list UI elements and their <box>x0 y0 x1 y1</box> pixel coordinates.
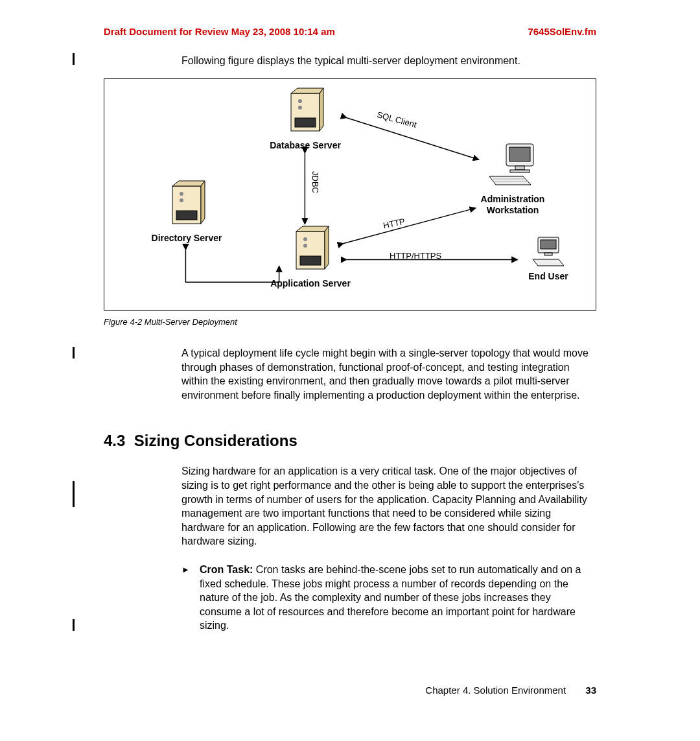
bullet-text: Cron Task: Cron tasks are behind-the-sce… <box>200 563 594 633</box>
svg-point-15 <box>180 198 183 202</box>
page-footer: Chapter 4. Solution Environment 33 <box>425 685 596 696</box>
server-icon <box>167 180 206 230</box>
svg-marker-26 <box>489 176 531 185</box>
bullet-item: ► Cron Task: Cron tasks are behind-the-s… <box>181 563 594 633</box>
svg-point-21 <box>303 244 307 248</box>
body-paragraph: Sizing hardware for an application is a … <box>181 464 596 548</box>
server-icon <box>286 87 325 137</box>
svg-rect-13 <box>176 211 197 220</box>
intro-paragraph: Following figure displays the typical mu… <box>181 55 596 67</box>
node-label: Directory Server <box>145 233 229 244</box>
svg-rect-25 <box>510 170 530 172</box>
svg-marker-6 <box>320 88 323 131</box>
node-end-user: End User <box>519 235 578 282</box>
node-label: End User <box>519 271 578 282</box>
page-header: Draft Document for Review May 23, 2008 1… <box>104 26 596 37</box>
svg-marker-12 <box>201 181 205 224</box>
node-label: Administration Workstation <box>467 194 558 216</box>
svg-rect-30 <box>541 240 556 249</box>
section-heading: 4.3 Sizing Considerations <box>104 432 596 450</box>
svg-rect-24 <box>515 166 524 170</box>
section-title: Sizing Considerations <box>134 432 298 449</box>
svg-rect-31 <box>544 253 552 255</box>
label-line: Administration <box>481 194 545 204</box>
label-line: Workstation <box>487 205 539 215</box>
section-number: 4.3 <box>104 432 125 449</box>
change-bar <box>73 347 75 359</box>
change-bar <box>73 619 75 631</box>
label-http-https: HTTP/HTTPS <box>390 251 441 261</box>
figure-multi-server-deployment: SQL Client JDBC HTTP HTTP/HTTPS Database… <box>104 78 596 311</box>
node-label: Application Server <box>265 278 356 289</box>
node-database-server: Database Server <box>266 87 344 151</box>
draft-notice: Draft Document for Review May 23, 2008 1… <box>104 26 335 37</box>
svg-point-9 <box>298 106 302 110</box>
figure-caption: Figure 4-2 Multi-Server Deployment <box>104 317 596 327</box>
node-application-server: Application Server <box>265 225 356 289</box>
svg-point-8 <box>298 99 302 103</box>
change-bar <box>73 481 75 507</box>
header-filename: 7645SolEnv.fm <box>528 26 596 37</box>
svg-marker-5 <box>291 88 323 93</box>
node-admin-workstation: Administration Workstation <box>467 141 558 216</box>
change-bar <box>73 53 75 65</box>
document-page: Draft Document for Review May 23, 2008 1… <box>0 0 700 741</box>
server-icon <box>291 225 330 276</box>
svg-rect-23 <box>509 147 530 161</box>
svg-rect-7 <box>295 118 316 127</box>
bullet-marker-icon: ► <box>181 563 200 633</box>
svg-marker-18 <box>325 226 329 269</box>
footer-page-number: 33 <box>585 685 596 696</box>
svg-marker-17 <box>296 226 329 231</box>
svg-marker-32 <box>533 259 564 266</box>
label-sql-client: SQL Client <box>376 110 417 130</box>
terminal-icon <box>530 235 566 268</box>
workstation-icon <box>487 141 539 191</box>
svg-line-2 <box>344 208 476 244</box>
svg-rect-19 <box>300 256 321 265</box>
svg-marker-11 <box>172 181 205 186</box>
bullet-bold: Cron Task: <box>200 564 253 575</box>
label-http: HTTP <box>382 217 406 231</box>
svg-point-14 <box>180 192 183 196</box>
node-label: Database Server <box>266 140 344 151</box>
svg-point-20 <box>303 237 307 241</box>
bullet-rest: Cron tasks are behind-the-scene jobs set… <box>200 564 581 631</box>
footer-chapter: Chapter 4. Solution Environment <box>425 685 566 696</box>
label-jdbc: JDBC <box>310 171 320 193</box>
body-paragraph: A typical deployment life cycle might be… <box>181 346 596 402</box>
node-directory-server: Directory Server <box>145 180 229 244</box>
